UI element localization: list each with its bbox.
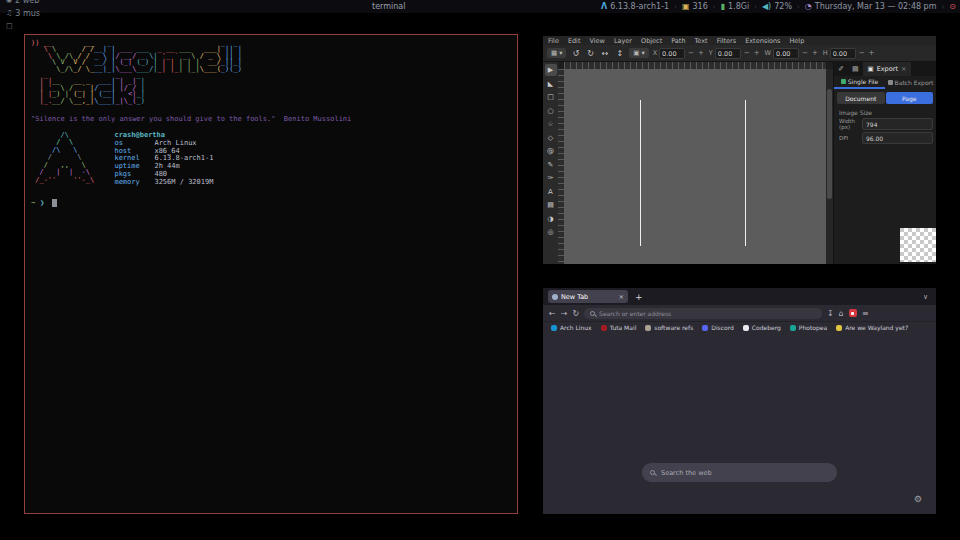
shell-prompt[interactable]: ~ ❯ xyxy=(31,198,511,207)
spiral-tool[interactable]: @ xyxy=(545,145,557,157)
increment-button[interactable]: + xyxy=(697,49,705,57)
selection-mode-dropdown[interactable]: ▦ ▾ xyxy=(547,48,566,58)
coordinate-field[interactable]: W 0.00 − + xyxy=(765,48,819,59)
menu-item[interactable]: Help xyxy=(789,37,804,45)
workspace-tag[interactable]: ♫ 3 mus xyxy=(0,7,46,20)
decrement-button[interactable]: − xyxy=(743,49,751,57)
bookmark-favicon xyxy=(743,325,749,331)
reload-button[interactable]: ↻ xyxy=(572,309,579,318)
separator: ‹ xyxy=(754,3,757,11)
settings-gear-icon[interactable]: ⚙ xyxy=(914,494,922,504)
close-tab-icon[interactable]: × xyxy=(619,293,624,301)
zoom-tool[interactable]: ◎ xyxy=(545,226,557,238)
coordinate-field[interactable]: H 0.00 − + xyxy=(823,48,876,59)
rotate-ccw-icon[interactable]: ↺ xyxy=(570,49,581,58)
menu-button[interactable]: ≡ xyxy=(862,309,869,318)
increment-button[interactable]: + xyxy=(868,49,876,57)
text-tool[interactable]: A xyxy=(545,186,557,198)
menu-item[interactable]: Text xyxy=(695,37,708,45)
power-icon[interactable]: ⊙ xyxy=(949,2,956,11)
bookmark-item[interactable]: Codeberg xyxy=(743,324,781,331)
menu-item[interactable]: Edit xyxy=(568,37,581,45)
page-dropdown[interactable]: ▣ ▾ xyxy=(629,48,648,58)
browser-window[interactable]: New Tab × + ∨ ← → ↻ Search or enter addr… xyxy=(543,288,936,514)
menu-item[interactable]: Filters xyxy=(717,37,736,45)
chevron-down-icon: ▾ xyxy=(641,49,644,57)
terminal-window[interactable]: )) __ __ _ _ _ \ \ / /__| | ___ ___ _ __… xyxy=(24,34,518,514)
menu-item[interactable]: Layer xyxy=(614,37,632,45)
bookmark-item[interactable]: Arch Linux xyxy=(551,324,592,331)
fetch-value: 3256M / 32019M xyxy=(154,179,213,187)
home-button[interactable]: ⌂ xyxy=(839,309,844,318)
bookmark-item[interactable]: Tuta Mail xyxy=(601,324,637,331)
batch-export-tab[interactable]: Batch Export xyxy=(885,76,936,89)
menu-item[interactable]: Object xyxy=(641,37,662,45)
menu-item[interactable]: File xyxy=(548,37,559,45)
quote-line: "Silence is the only answer you should g… xyxy=(31,115,511,123)
width-input[interactable]: 794 xyxy=(862,118,933,130)
pen-tool[interactable]: ✑ xyxy=(545,172,557,184)
web-search-box[interactable]: Search the web xyxy=(642,463,837,482)
search-placeholder: Search the web xyxy=(661,469,712,477)
tab-title: New Tab xyxy=(561,293,588,301)
download-button[interactable]: ↧ xyxy=(827,309,834,318)
box3d-tool[interactable]: ◇ xyxy=(545,132,557,144)
dpi-input[interactable]: 96.00 xyxy=(862,132,933,144)
page-button[interactable]: Page xyxy=(886,92,934,104)
field-value[interactable]: 0.00 xyxy=(715,48,741,59)
pencil-tool[interactable]: ✎ xyxy=(545,159,557,171)
bookmark-item[interactable]: Discord xyxy=(702,324,734,331)
export-icon: ▣ xyxy=(868,65,874,73)
flip-vertical-icon[interactable]: ↕ xyxy=(615,49,626,58)
menu-item[interactable]: Extensions xyxy=(745,37,780,45)
ellipse-tool[interactable]: ○ xyxy=(545,105,557,117)
increment-button[interactable]: + xyxy=(811,49,819,57)
rotate-cw-icon[interactable]: ↻ xyxy=(585,49,596,58)
single-file-tab[interactable]: Single File xyxy=(834,76,885,89)
extension-icon[interactable] xyxy=(849,309,857,317)
field-value[interactable]: 0.00 xyxy=(773,48,799,59)
document-button[interactable]: Document xyxy=(837,92,885,104)
export-dialog-tab[interactable]: ▣ Export × xyxy=(863,62,912,76)
rectangle-tool[interactable]: □ xyxy=(545,91,557,103)
gradient-tool[interactable]: ▤ xyxy=(545,199,557,211)
bookmark-item[interactable]: software refs xyxy=(645,324,693,331)
star-tool[interactable]: ☆ xyxy=(545,118,557,130)
arch-icon: Λ xyxy=(601,2,607,11)
volume-module[interactable]: ◀) 72% xyxy=(762,2,792,11)
bookmark-item[interactable]: Photopea xyxy=(790,324,827,331)
drawing-canvas[interactable] xyxy=(564,69,826,264)
canvas-scrollbar[interactable] xyxy=(826,69,833,264)
inkscape-window[interactable]: FileEditViewLayerObjectPathTextFiltersEx… xyxy=(543,36,936,264)
field-value[interactable]: 0.00 xyxy=(830,48,856,59)
node-tool[interactable]: ◣ xyxy=(545,78,557,90)
pencil-dock-icon[interactable]: ✐ xyxy=(834,65,848,73)
workspace-tag[interactable]: □ xyxy=(0,20,46,33)
decrement-button[interactable]: − xyxy=(801,49,809,57)
selector-tool[interactable]: ▶ xyxy=(545,64,557,76)
bookmark-favicon xyxy=(836,325,842,331)
forward-button[interactable]: → xyxy=(561,309,568,318)
increment-button[interactable]: + xyxy=(753,49,761,57)
menu-item[interactable]: Path xyxy=(671,37,685,45)
flip-horizontal-icon[interactable]: ↔ xyxy=(600,49,611,58)
bookmark-favicon xyxy=(551,325,557,331)
address-bar[interactable]: Search or enter address xyxy=(584,308,822,319)
dropper-tool[interactable]: ◑ xyxy=(545,213,557,225)
field-value[interactable]: 0.00 xyxy=(659,48,685,59)
close-icon[interactable]: × xyxy=(901,65,906,73)
decrement-button[interactable]: − xyxy=(687,49,695,57)
decrement-button[interactable]: − xyxy=(858,49,866,57)
browser-tab[interactable]: New Tab × xyxy=(548,290,628,303)
datetime: Thursday, Mar 13 — 02:48 pm xyxy=(815,2,937,11)
coordinate-field[interactable]: Y 0.00 − + xyxy=(709,48,761,59)
menu-item[interactable]: View xyxy=(589,37,604,45)
field-label: Y xyxy=(709,49,713,57)
bookmark-item[interactable]: Are we Wayland yet? xyxy=(836,324,908,331)
new-tab-button[interactable]: + xyxy=(628,292,650,302)
tab-list-chevron-icon[interactable]: ∨ xyxy=(923,293,936,301)
layers-dock-icon[interactable]: ▤ xyxy=(848,65,863,73)
volume-level: 72% xyxy=(774,2,792,11)
back-button[interactable]: ← xyxy=(549,309,556,318)
coordinate-field[interactable]: X 0.00 − + xyxy=(653,48,705,59)
